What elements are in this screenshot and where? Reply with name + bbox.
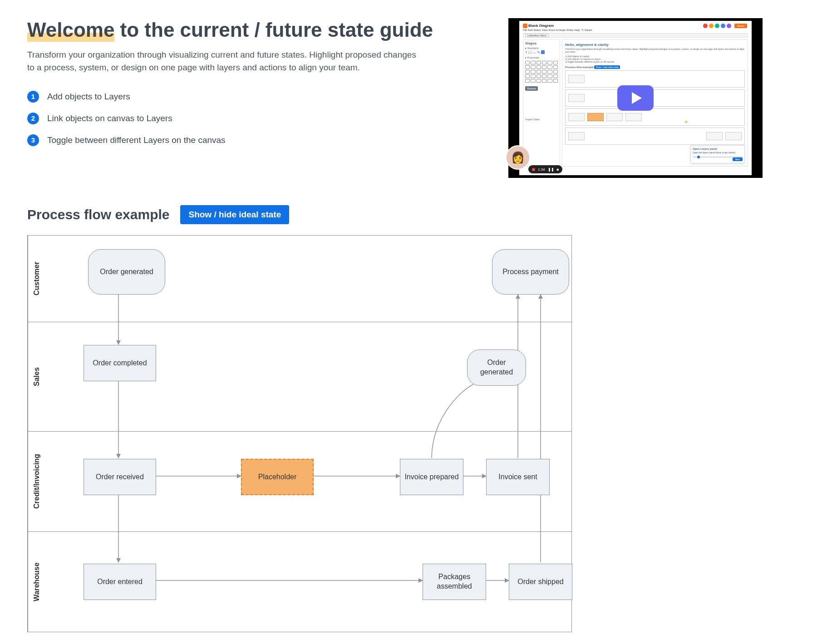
step-text: Add objects to Layers bbox=[47, 92, 130, 102]
video-thumbnail[interactable]: Blank Diagram File Edit Select View Inse… bbox=[508, 18, 763, 178]
video-doc-title: Blank Diagram bbox=[528, 24, 554, 28]
node-order-shipped[interactable]: Order shipped bbox=[509, 564, 572, 600]
toggle-ideal-state-button[interactable]: Show / hide ideal state bbox=[180, 205, 289, 224]
lane-label-customer: Customer bbox=[28, 236, 45, 322]
step-number-badge: 2 bbox=[27, 113, 39, 124]
steps-list: 1 Add objects to Layers 2 Link objects o… bbox=[27, 91, 490, 146]
lane-warehouse: Warehouse Order entered Packages assembl… bbox=[28, 532, 571, 632]
page-title: Welcome to the current / future state gu… bbox=[27, 18, 490, 42]
step-item: 1 Add objects to Layers bbox=[27, 91, 490, 103]
node-invoice-prepared[interactable]: Invoice prepared bbox=[400, 459, 463, 495]
video-topright: Share bbox=[703, 24, 747, 28]
page-lead: Transform your organization through visu… bbox=[27, 49, 418, 74]
play-icon[interactable] bbox=[617, 85, 654, 111]
video-toolbar: Liberation Sans bbox=[523, 33, 748, 38]
presenter-avatar: 👩 bbox=[506, 145, 530, 170]
video-share-button: Share bbox=[734, 24, 747, 28]
node-order-generated-customer[interactable]: Order generated bbox=[88, 249, 165, 295]
lane-credit: Credit/Invoicing Order received Placehol… bbox=[28, 432, 571, 532]
lane-label-warehouse: Warehouse bbox=[28, 532, 45, 632]
video-canvas: Hello, alignment & clarity Transform you… bbox=[562, 39, 748, 167]
node-invoice-sent[interactable]: Invoice sent bbox=[486, 459, 550, 495]
record-icon bbox=[532, 168, 535, 171]
node-order-generated-sales[interactable]: Order generated bbox=[467, 349, 526, 386]
node-order-entered[interactable]: Order entered bbox=[84, 564, 156, 600]
video-popup: Open Layers panel Open the layers panel … bbox=[690, 145, 745, 163]
step-item: 3 Toggle between different Layers on the… bbox=[27, 134, 490, 146]
node-process-payment[interactable]: Process payment bbox=[492, 249, 569, 295]
step-text: Link objects on canvas to Layers bbox=[47, 113, 172, 123]
node-order-completed[interactable]: Order completed bbox=[84, 345, 156, 381]
swimlane-diagram: Customer Order generated Process payment… bbox=[27, 235, 572, 632]
step-text: Toggle between different Layers on the c… bbox=[47, 135, 226, 145]
section-title: Process flow example bbox=[27, 207, 169, 222]
lane-sales: Sales Order completed Order generated bbox=[28, 322, 571, 432]
lane-label-sales: Sales bbox=[28, 322, 45, 431]
step-number-badge: 3 bbox=[27, 134, 39, 146]
node-order-received[interactable]: Order received bbox=[84, 459, 156, 495]
video-menu: File Edit Select View Insert Arrange Sha… bbox=[523, 29, 580, 31]
video-controls: 1:34 ❚❚■ bbox=[528, 165, 562, 173]
step-number-badge: 1 bbox=[27, 91, 39, 103]
lane-customer: Customer Order generated Process payment bbox=[28, 236, 571, 322]
node-packages-assembled[interactable]: Packages assembled bbox=[423, 564, 486, 600]
video-shapes-panel: Shapes ▸ Standard T ☐ — ✎ ▸ Flowchart Sh… bbox=[523, 39, 560, 167]
step-item: 2 Link objects on canvas to Layers bbox=[27, 113, 490, 124]
node-placeholder[interactable]: Placeholder bbox=[241, 459, 314, 495]
lane-label-credit: Credit/Invoicing bbox=[28, 432, 45, 531]
